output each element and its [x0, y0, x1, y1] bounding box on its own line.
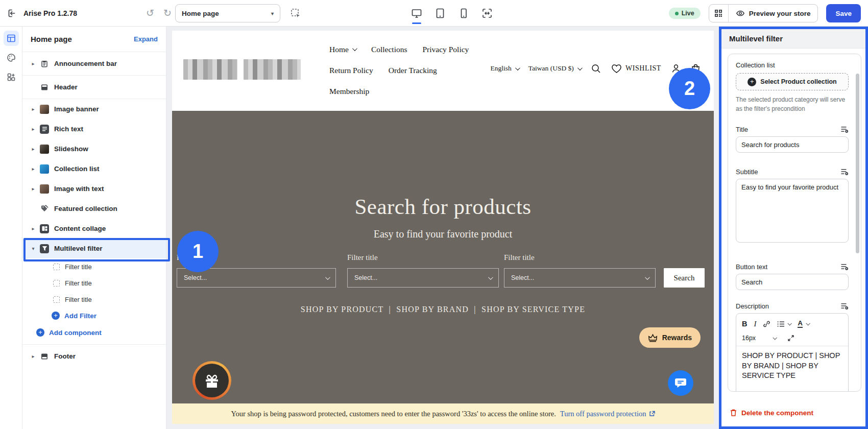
- redo-icon[interactable]: ↻: [161, 7, 174, 19]
- font-size-dropdown[interactable]: 16px: [742, 335, 776, 342]
- nav-collections[interactable]: Collections: [371, 45, 407, 54]
- collapse-caret-icon[interactable]: ▾: [30, 246, 37, 251]
- button-text-label: Button text: [736, 263, 767, 271]
- sidebar-item-featured-collection[interactable]: ▸ Featured collection: [22, 199, 166, 219]
- dynamic-source-icon[interactable]: [840, 126, 849, 133]
- brand-group: Arise Pro 1.2.78: [7, 0, 77, 27]
- expand-caret-icon[interactable]: ▸: [30, 166, 37, 172]
- expand-all-link[interactable]: Expand: [134, 35, 158, 43]
- expand-caret-icon[interactable]: ▸: [30, 353, 37, 359]
- theme-settings-icon[interactable]: [4, 50, 19, 65]
- sidebar-item-content-collage[interactable]: ▸ Content collage: [22, 219, 166, 239]
- live-dot-icon: [675, 12, 679, 15]
- expand-caret-icon[interactable]: ▸: [30, 146, 37, 152]
- hero-search-button[interactable]: Search: [664, 268, 705, 288]
- mobile-view-icon[interactable]: [457, 6, 470, 20]
- nav-order-tracking[interactable]: Order Tracking: [389, 66, 437, 75]
- section-picker-icon[interactable]: [290, 7, 302, 19]
- save-button[interactable]: Save: [826, 4, 861, 22]
- preview-store-button[interactable]: Preview your store: [729, 5, 818, 22]
- nav-membership[interactable]: Membership: [329, 87, 369, 96]
- panel-title: Multilevel filter: [721, 29, 865, 49]
- description-rich-text-editor: B I A: [736, 313, 849, 392]
- topbar-actions: Live Preview your store Save: [669, 0, 861, 27]
- sections-tab-icon[interactable]: [4, 31, 19, 46]
- delete-component-button[interactable]: Delete the component: [741, 409, 813, 417]
- expand-caret-icon[interactable]: ▸: [30, 186, 37, 192]
- expand-caret-icon[interactable]: ▸: [30, 61, 37, 66]
- chevron-down-icon: [515, 65, 520, 70]
- chat-widget[interactable]: [668, 370, 693, 396]
- external-link-icon: [649, 411, 655, 417]
- chevron-down-icon: ▾: [271, 11, 274, 16]
- link-icon[interactable]: [763, 320, 770, 328]
- dynamic-source-icon[interactable]: [840, 168, 849, 176]
- add-filter-button[interactable]: + Add Filter: [22, 307, 166, 324]
- fullscreen-view-icon[interactable]: [480, 6, 494, 20]
- sidebar-item-footer[interactable]: ▸ Footer: [22, 344, 166, 368]
- expand-caret-icon[interactable]: ▸: [30, 126, 37, 132]
- sidebar-item-filter-title-1[interactable]: Filter title: [22, 258, 166, 275]
- button-text-input[interactable]: [736, 274, 849, 290]
- expand-caret-icon[interactable]: ▸: [30, 226, 37, 231]
- rewards-button[interactable]: Rewards: [639, 327, 701, 348]
- sidebar-item-announcement-bar[interactable]: ▸ Announcement bar: [22, 52, 166, 76]
- turn-off-password-link[interactable]: Turn off password protection: [560, 410, 655, 418]
- chat-bubble-icon: [674, 376, 687, 390]
- nav-home[interactable]: Home: [329, 45, 356, 54]
- panel-scrollbar[interactable]: [856, 74, 859, 253]
- qr-code-icon[interactable]: [709, 5, 729, 22]
- expand-caret-icon[interactable]: ▸: [30, 106, 37, 112]
- sidebar-item-slideshow[interactable]: ▸ Slideshow: [22, 139, 166, 159]
- nav-return-policy[interactable]: Return Policy: [329, 66, 373, 75]
- block-placeholder-icon: [52, 262, 61, 271]
- panel-footer: Delete the component: [721, 399, 865, 426]
- store-logo[interactable]: [183, 59, 301, 80]
- text-color-dropdown[interactable]: A: [798, 320, 809, 328]
- subtitle-textarea[interactable]: Easy to find your favorite product: [736, 179, 849, 243]
- add-component-button[interactable]: + Add component: [22, 324, 166, 341]
- sidebar-item-filter-title-3[interactable]: Filter title: [22, 291, 166, 307]
- select-product-collection-button[interactable]: + Select Product collection: [736, 73, 849, 90]
- sidebar-item-filter-title-2[interactable]: Filter title: [22, 275, 166, 291]
- multilevel-filter-icon: [40, 244, 49, 253]
- list-dropdown[interactable]: [777, 321, 791, 327]
- filter-select-2[interactable]: Select...: [347, 268, 499, 288]
- chevron-down-icon: [788, 321, 792, 325]
- shop-by-links[interactable]: SHOP BY PRODUCT | SHOP BY BRAND | SHOP B…: [172, 305, 714, 314]
- bold-icon[interactable]: B: [742, 320, 747, 328]
- sidebar-title: Home page: [31, 35, 72, 43]
- announcement-bar-icon: [40, 59, 49, 68]
- dynamic-source-icon[interactable]: [840, 302, 849, 310]
- plus-icon: +: [748, 78, 756, 86]
- exit-editor-icon[interactable]: [7, 8, 17, 18]
- wishlist-link[interactable]: WISHLIST: [611, 64, 661, 74]
- sidebar-item-header[interactable]: ▸ Header: [22, 76, 166, 99]
- chevron-down-icon: [577, 65, 583, 70]
- sidebar-item-image-with-text[interactable]: ▸ Image with text: [22, 179, 166, 199]
- title-input[interactable]: [736, 136, 849, 153]
- expand-editor-icon[interactable]: [787, 335, 794, 342]
- sidebar-item-rich-text[interactable]: ▸ Rich text: [22, 119, 166, 139]
- language-selector[interactable]: English: [491, 64, 519, 73]
- top-toolbar: Arise Pro 1.2.78 ↺ ↻ Home page ▾: [0, 0, 868, 27]
- page-selector-dropdown[interactable]: Home page ▾: [175, 4, 280, 22]
- collection-helper-text: The selected product category will serve…: [736, 95, 849, 113]
- dynamic-source-icon[interactable]: [840, 263, 849, 271]
- nav-privacy-policy[interactable]: Privacy Policy: [423, 45, 469, 54]
- gift-rewards-widget[interactable]: [192, 361, 231, 400]
- desktop-view-icon[interactable]: [410, 6, 423, 20]
- undo-icon[interactable]: ↺: [144, 7, 156, 19]
- filter-select-3[interactable]: Select...: [504, 268, 656, 288]
- search-icon[interactable]: [591, 63, 601, 74]
- sidebar-item-collection-list[interactable]: ▸ Collection list: [22, 159, 166, 179]
- sidebar-item-image-banner[interactable]: ▸ Image banner: [22, 99, 166, 119]
- description-content[interactable]: SHOP BY PRODUCT | SHOP BY BRAND | SHOP B…: [736, 346, 848, 386]
- app-embeds-icon[interactable]: [4, 69, 19, 85]
- tablet-view-icon[interactable]: [433, 6, 447, 20]
- currency-selector[interactable]: Taiwan (USD $): [528, 64, 581, 73]
- password-protection-banner: Your shop is being password protected, c…: [172, 403, 714, 424]
- multilevel-filter-section: Search for products Easy to find your fa…: [172, 111, 714, 403]
- italic-icon[interactable]: I: [754, 320, 756, 328]
- sidebar-item-multilevel-filter[interactable]: ▾ Multilevel filter: [22, 239, 166, 258]
